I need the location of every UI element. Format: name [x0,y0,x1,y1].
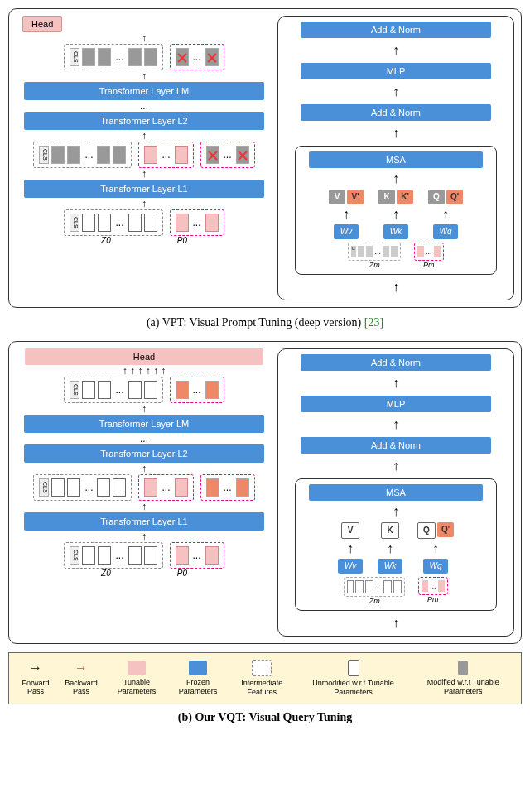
vqt-detail-column: Add & Norm ↑ MLP ↑ Add & Norm ↑ MSA ↑ V … [277,348,514,637]
mlp-bar: MLP [301,63,491,79]
msa-bar: MSA [309,484,483,501]
vpt-top-tokens: CLS ... ... [64,44,224,70]
modified-swatch-icon [458,661,468,675]
crossed-token-icon [176,48,189,66]
add-norm-bar: Add & Norm [301,104,491,121]
wv-box-b: Wv [338,559,363,574]
msa-block-b: MSA ↑ V ↑ Wv K ↑ Wk [295,478,497,611]
intermediate-swatch-icon [252,660,272,676]
legend-backward: → Backward Pass [57,660,105,696]
wk-box-b: Wk [378,559,402,574]
add-norm-bar: Add & Norm [301,437,491,454]
vpt-left-column: Head ↑ CLS ... ... ↑ Transformer Layer L… [16,16,272,300]
crossed-token-icon [205,48,219,66]
msa-bar: MSA [309,151,483,168]
caption-b: (b) Our VQT: Visual Query Tuning [0,711,530,724]
panel-a-vpt: Head ↑ CLS ... ... ↑ Transformer Layer L… [8,8,522,308]
legend-intermediate: Intermediate Features [228,660,296,697]
cls-token: CLS [70,48,80,66]
z0-label: Z0 [101,236,111,245]
p0-label-b: P0 [177,569,187,578]
transformer-layer-lm-b: Transformer Layer LM [24,415,264,433]
mlp-bar: MLP [301,396,491,412]
v-box: V [329,190,345,204]
head-box-b: Head [25,348,263,365]
transformer-layer-l1-b: Transformer Layer L1 [24,512,264,531]
transformer-layer-lm: Transformer Layer LM [24,82,264,100]
legend-frozen: Frozen Parameters [168,661,228,696]
k-prime-box: K' [397,190,413,204]
transformer-layer-l1: Transformer Layer L1 [24,180,264,198]
wk-box: Wk [383,224,408,239]
p0-label: P0 [177,236,187,245]
v-box-b: V [341,522,359,539]
add-norm-bar: Add & Norm [301,22,491,38]
z0-label-b: Z0 [101,569,111,578]
wv-box: Wv [334,224,359,239]
frozen-swatch-icon [189,661,207,675]
legend-unmodified: Unmodified w.r.t Tunable Parameters [296,660,411,697]
vqt-query-output: ... [200,474,255,501]
legend-forward: → Forward Pass [14,660,57,696]
vpt-prompts-discarded: ... [170,44,224,70]
add-norm-bar: Add & Norm [301,354,491,371]
vqt-left-column: Head ↑ ↑ ↑ ↑ ↑ ↑ CLS ... ... ↑ Transform… [16,348,272,637]
panel-b-vqt: Head ↑ ↑ ↑ ↑ ↑ ↑ CLS ... ... ↑ Transform… [8,341,522,644]
arrow-backward-icon: → [75,660,88,675]
zm-label: Zm [348,261,401,269]
k-box: K [378,190,395,204]
pm-label: Pm [414,261,444,269]
citation-ref: [23] [364,316,383,329]
wq-box-b: Wq [423,559,448,574]
q-prime-box: Q' [446,190,463,204]
q-prime-box-b: Q' [437,522,454,537]
vpt-detail-column: Add & Norm ↑ MLP ↑ Add & Norm ↑ MSA ↑ V … [277,16,514,300]
k-box-b: K [381,522,399,539]
tunable-swatch-icon [128,661,146,675]
vqt-top-row: CLS ... ... [64,377,224,403]
msa-block-a: MSA ↑ V V' ↑ Wv K K' ↑ Wk [295,146,497,275]
q-box-b: Q [417,522,436,539]
unmodified-swatch-icon [348,660,359,676]
arrow-forward-icon: → [29,660,42,675]
pm-label-b: Pm [418,595,448,603]
q-box: Q [428,190,445,204]
v-prime-box: V' [347,190,364,204]
zm-label-b: Zm [344,597,405,605]
caption-a: (a) VPT: Visual Prompt Tuning (deep vers… [0,316,530,329]
transformer-layer-l2: Transformer Layer L2 [24,112,264,130]
legend-box: → Forward Pass → Backward Pass Tunable P… [8,652,522,704]
legend-modified: Modified w.r.t Tunable Parameters [411,661,516,696]
wq-box: Wq [433,224,458,239]
legend-tunable: Tunable Parameters [105,661,168,696]
head-box-a: Head [22,16,62,32]
transformer-layer-l2-b: Transformer Layer L2 [24,444,264,463]
